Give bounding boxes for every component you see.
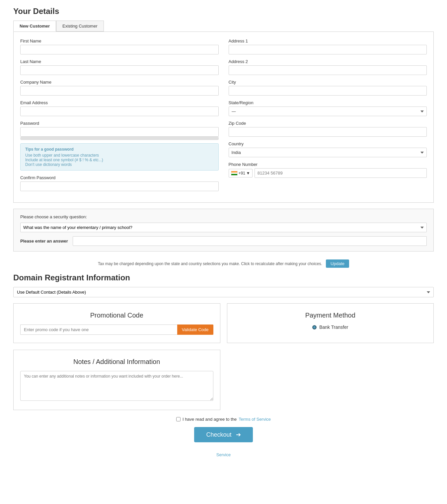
address1-label: Address 1 [229,38,427,43]
notes-card: Notes / Additional Information [13,350,220,410]
payment-options: Bank Transfer [234,324,427,330]
tos-link[interactable]: Terms of Service [239,417,271,422]
city-label: City [229,80,427,85]
confirm-password-label: Confirm Password [20,175,219,180]
zip-input[interactable] [229,127,427,137]
company-name-group: Company Name [20,80,219,96]
country-group: Country India [229,141,427,157]
bottom-cards: Promotional Code Validate Code Payment M… [13,303,434,343]
state-group: State/Region — [229,100,427,116]
promo-input-row: Validate Code [20,324,213,335]
company-name-label: Company Name [20,80,219,85]
security-question-select[interactable]: What was the name of your elementary / p… [20,223,427,232]
customer-details-form: First Name Last Name Company Name Email … [13,32,434,203]
india-flag-icon [231,171,238,176]
password-tips: Tips for a good password Use both upper … [20,143,219,171]
bank-transfer-radio[interactable] [312,325,317,329]
password-input[interactable] [20,127,219,137]
last-name-label: Last Name [20,59,219,64]
confirm-password-input[interactable] [20,181,219,191]
password-strength-bar [20,137,219,140]
phone-input[interactable] [255,168,427,178]
tips-title: Tips for a good password [25,147,214,152]
tax-notice-text: Tax may be charged depending upon the st… [98,261,322,266]
notes-textarea[interactable] [20,371,213,401]
notes-title: Notes / Additional Information [20,358,213,366]
notes-right-empty [227,350,434,410]
tip-2: Include at least one symbol (# $ ! % & e… [25,158,214,162]
confirm-password-group: Confirm Password [20,175,219,191]
password-label: Password [20,121,219,126]
checkout-label: Checkout [206,431,231,438]
tab-new-customer[interactable]: New Customer [13,21,56,32]
zip-label: Zip Code [229,121,427,126]
right-col: Address 1 Address 2 City State/Region — … [229,38,427,196]
phone-label: Phone Number [229,162,427,167]
customer-tabs: New Customer Existing Customer [13,21,434,32]
checkout-arrow-icon: ➔ [236,431,241,438]
payment-card: Payment Method Bank Transfer [227,303,434,343]
domain-title: Domain Registrant Information [13,273,434,282]
email-label: Email Address [20,100,219,105]
first-name-input[interactable] [20,45,219,54]
phone-code: +91 [239,171,245,176]
tax-notice: Tax may be charged depending upon the st… [13,256,434,271]
email-group: Email Address [20,100,219,116]
domain-contact-select[interactable]: Use Default Contact (Details Above) [13,287,434,297]
phone-row: +91 ▼ [229,168,427,178]
country-select[interactable]: India [229,148,427,157]
tos-row: I have read and agree to the Terms of Se… [13,417,434,422]
footer-service-link[interactable]: Service [216,452,231,457]
tip-1: Use both upper and lowercase characters [25,153,214,158]
promo-code-input[interactable] [20,324,177,335]
security-answer-label: Please enter an answer [20,239,68,244]
tip-3: Don't use dictionary words [25,162,214,167]
address1-input[interactable] [229,45,427,54]
checkout-button[interactable]: Checkout ➔ [194,427,253,442]
validate-code-button[interactable]: Validate Code [177,324,213,335]
tos-checkbox[interactable] [176,417,181,421]
company-name-input[interactable] [20,86,219,96]
first-name-label: First Name [20,38,219,43]
zip-group: Zip Code [229,121,427,137]
country-label: Country [229,141,427,146]
phone-group: Phone Number +91 ▼ [229,162,427,178]
city-group: City [229,80,427,96]
security-answer-row: Please enter an answer [20,236,427,246]
last-name-input[interactable] [20,65,219,75]
domain-section: Domain Registrant Information Use Defaul… [13,273,434,297]
footer: Service [13,452,434,457]
security-title: Please choose a security question: [20,214,427,219]
tos-text: I have read and agree to the [183,417,237,422]
last-name-group: Last Name [20,59,219,75]
state-label: State/Region [229,100,427,105]
notes-row: Notes / Additional Information [13,350,434,410]
address2-input[interactable] [229,65,427,75]
bank-transfer-label: Bank Transfer [319,324,348,330]
email-input[interactable] [20,107,219,116]
payment-title: Payment Method [234,312,427,319]
address2-label: Address 2 [229,59,427,64]
state-select[interactable]: — [229,107,427,116]
promo-title: Promotional Code [20,312,213,319]
first-name-group: First Name [20,38,219,54]
promo-card: Promotional Code Validate Code [13,303,220,343]
phone-flag-selector[interactable]: +91 ▼ [229,169,253,178]
chevron-down-icon: ▼ [246,171,250,176]
security-question-section: Please choose a security question: What … [13,209,434,252]
address1-group: Address 1 [229,38,427,54]
security-answer-input[interactable] [73,236,427,246]
update-button[interactable]: Update [326,259,349,268]
tab-existing-customer[interactable]: Existing Customer [56,21,104,32]
page-title: Your Details [13,7,434,16]
left-col: First Name Last Name Company Name Email … [20,38,219,196]
city-input[interactable] [229,86,427,96]
password-group: Password Tips for a good password Use bo… [20,121,219,171]
address2-group: Address 2 [229,59,427,75]
